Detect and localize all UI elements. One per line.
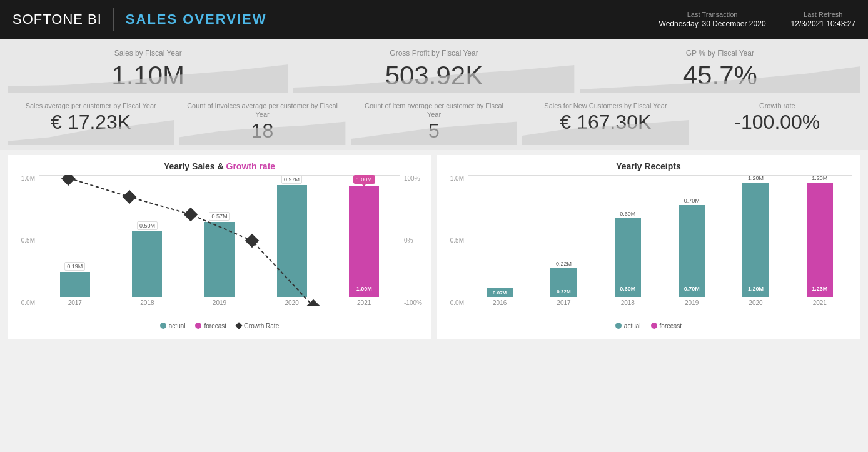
kpi-row-1: Sales by Fiscal Year 1.10M Gross Profit … <box>8 44 860 93</box>
receipts-legend-forecast: forecast <box>651 323 682 329</box>
bar-receipts-actual-2019: 0.70M <box>679 205 705 297</box>
receipts-legend-actual: actual <box>615 323 641 329</box>
receipts-legend-forecast-dot <box>651 323 657 329</box>
bar-2019: 0.57M 2019 <box>204 175 235 306</box>
svg-marker-3 <box>8 120 174 145</box>
legend-actual-dot <box>160 323 166 329</box>
bar-2018: 0.50M 2018 <box>132 175 162 306</box>
bar-receipts-label-2021: 1.23M <box>812 175 827 181</box>
page-title: SALES OVERVIEW <box>126 11 267 28</box>
bar-receipts-inner-2016: 0.07M <box>493 290 507 296</box>
charts-section: Yearly Sales & Growth rate 1.0M 0.5M 0.0… <box>0 150 868 344</box>
legend-forecast: forecast <box>195 323 226 329</box>
receipts-legend-forecast-label: forecast <box>660 323 682 329</box>
bar-label-2020: 0.97M <box>281 175 302 184</box>
bar-receipts-2020: 1.20M 1.20M 2020 <box>742 175 769 306</box>
yearly-sales-panel: Yearly Sales & Growth rate 1.0M 0.5M 0.0… <box>8 155 431 339</box>
bar-label-2018: 0.50M <box>137 221 158 230</box>
bar-year-2019: 2019 <box>213 299 226 306</box>
receipts-legend: actual forecast <box>445 323 852 329</box>
yearly-sales-title: Yearly Sales & Growth rate <box>16 161 423 171</box>
bar-receipts-year-2018: 2018 <box>621 299 635 306</box>
bar-year-2017: 2017 <box>68 299 82 306</box>
bar-label-2019: 0.57M <box>209 212 230 221</box>
bar-receipts-2017: 0.22M 0.22M 2017 <box>550 175 577 306</box>
bar-forecast-2021: 1.00M <box>349 186 379 297</box>
receipts-legend-actual-label: actual <box>624 323 641 329</box>
bar-actual-2019 <box>204 222 235 297</box>
bar-receipts-year-2021: 2021 <box>813 299 827 306</box>
bar-inner-label-2021: 1.00M <box>356 286 372 292</box>
bar-receipts-inner-2017: 0.22M <box>557 289 570 294</box>
sales-legend: actual forecast Growth Rate <box>16 323 423 329</box>
svg-marker-0 <box>8 64 288 93</box>
kpi-growth-rate-value: -100.00% <box>702 111 853 133</box>
diamond-2019 <box>184 207 198 221</box>
sparkline-invoice <box>179 114 345 145</box>
bar-actual-2018 <box>132 231 162 297</box>
kpi-gross-profit-label: Gross Profit by Fiscal Year <box>303 49 564 59</box>
bar-2017: 0.19M 2017 <box>60 175 90 306</box>
bar-receipts-2018: 0.60M 0.60M 2018 <box>615 175 641 306</box>
legend-growth-label: Growth Rate <box>244 323 279 329</box>
header-divider <box>113 8 114 31</box>
kpi-avg-customer-label: Sales average per customer by Fiscal Yea… <box>15 101 166 110</box>
sparkline-item <box>351 114 517 145</box>
kpi-item-avg: Count of item average per customer by Fi… <box>351 98 517 145</box>
bar-receipts-inner-2020: 1.20M <box>748 286 764 292</box>
sparkline-avg-cust <box>8 114 174 145</box>
svg-marker-5 <box>351 121 517 145</box>
bar-receipts-actual-2017: 0.22M <box>550 268 577 297</box>
kpi-invoice-avg: Count of invoices average per customer b… <box>179 98 345 145</box>
kpi-section: Sales by Fiscal Year 1.10M Gross Profit … <box>0 39 868 150</box>
svg-marker-4 <box>179 121 345 145</box>
bar-receipts-year-2019: 2019 <box>685 299 699 306</box>
yearly-receipts-title: Yearly Receipts <box>445 161 852 171</box>
bar-year-2018: 2018 <box>140 299 154 306</box>
bar-receipts-inner-2018: 0.60M <box>620 286 635 292</box>
svg-marker-2 <box>580 66 860 93</box>
bar-2020: 0.97M 2020 <box>277 175 307 306</box>
kpi-gp-percent-label: GP % by Fiscal Year <box>590 49 850 59</box>
bar-receipts-inner-2019: 0.70M <box>684 286 700 292</box>
bar-actual-2020 <box>277 185 307 297</box>
bar-2021: 1.00M 1.00M 2021 <box>349 175 379 306</box>
bar-year-2021: 2021 <box>357 299 371 306</box>
bar-receipts-actual-2020: 1.20M <box>742 183 769 297</box>
svg-marker-6 <box>522 120 689 145</box>
kpi-sales-fiscal-label: Sales by Fiscal Year <box>18 49 278 59</box>
sparkline-gp-pct <box>580 61 860 93</box>
legend-forecast-dot <box>195 323 201 329</box>
legend-growth-diamond <box>235 322 242 329</box>
bar-receipts-label-2018: 0.60M <box>620 211 635 217</box>
sparkline-gp <box>293 61 574 93</box>
kpi-growth-rate-label: Growth rate <box>702 101 853 110</box>
svg-marker-1 <box>293 65 574 93</box>
bar-receipts-actual-2016: 0.07M <box>487 288 513 297</box>
bar-receipts-2021: 1.23M 1.23M 2021 <box>807 175 833 306</box>
brand-name: SOFTONE BI <box>13 11 102 28</box>
bar-receipts-2019: 0.70M 0.70M 2019 <box>679 175 705 306</box>
receipts-legend-actual-dot <box>615 323 622 329</box>
header-meta: Last Transaction Wednesday, 30 December … <box>659 11 855 28</box>
bar-receipts-label-2017: 0.22M <box>556 261 572 267</box>
bar-receipts-year-2020: 2020 <box>749 299 762 306</box>
last-refresh-block: Last Refresh 12/3/2021 10:43:27 <box>791 11 855 28</box>
kpi-gross-profit: Gross Profit by Fiscal Year 503.92K <box>293 44 574 93</box>
kpi-growth-rate: Growth rate -100.00% <box>694 98 860 145</box>
bar-receipts-year-2016: 2016 <box>493 299 507 306</box>
bar-receipts-actual-2018: 0.60M <box>615 218 641 297</box>
kpi-sales-fiscal: Sales by Fiscal Year 1.10M <box>8 44 288 93</box>
last-transaction-block: Last Transaction Wednesday, 30 December … <box>659 11 766 28</box>
yearly-receipts-panel: Yearly Receipts 1.0M 0.5M 0.0M 0.07M <box>437 155 860 339</box>
bar-receipts-label-2020: 1.20M <box>748 175 764 181</box>
bar-receipts-2016: 0.07M 2016 <box>487 175 513 306</box>
last-refresh-label: Last Refresh <box>791 11 855 18</box>
header: SOFTONE BI SALES OVERVIEW Last Transacti… <box>0 0 868 39</box>
last-transaction-value: Wednesday, 30 December 2020 <box>659 19 766 28</box>
bar-year-2020: 2020 <box>285 299 298 306</box>
last-transaction-label: Last Transaction <box>659 11 766 18</box>
bar-receipts-forecast-2021: 1.23M <box>807 183 833 297</box>
kpi-new-customers: Sales for New Customers by Fiscal Year €… <box>522 98 689 145</box>
sales-yaxis-right: 100% 0% -100% <box>400 175 423 306</box>
